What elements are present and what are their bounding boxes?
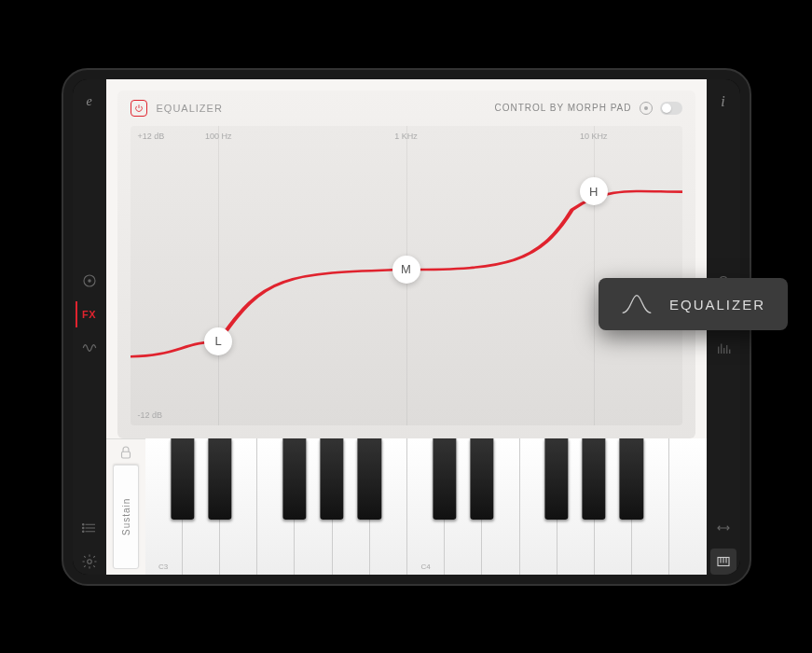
lock-icon[interactable]	[117, 444, 134, 461]
black-key[interactable]	[208, 438, 231, 521]
settings-gear-icon[interactable]	[76, 549, 103, 575]
keyboard-section: Sustain C3 C4	[106, 438, 707, 575]
eq-graph[interactable]: +12 dB -12 dB 100 Hz 1 KHz 10 KHz L M H	[131, 126, 682, 425]
svg-point-5	[82, 523, 84, 525]
piano-keyboard[interactable]: C3 C4	[145, 438, 707, 575]
panel-title: EQUALIZER	[157, 103, 223, 114]
sustain-column: Sustain	[106, 438, 145, 575]
eq-node-high[interactable]: H	[580, 177, 608, 205]
info-icon[interactable]: i	[710, 89, 736, 115]
left-sidebar: e FX	[73, 79, 106, 575]
keyboard-range-icon[interactable]	[710, 515, 736, 541]
keyboard-view-icon[interactable]	[710, 549, 736, 575]
eq-node-mid[interactable]: M	[392, 256, 420, 284]
nav-wave-icon[interactable]	[76, 335, 103, 361]
black-key[interactable]	[433, 438, 456, 521]
equalizer-tooltip: EQUALIZER	[599, 278, 788, 330]
equalizer-panel: EQUALIZER CONTROL BY MORPH PAD +12 dB -1…	[117, 90, 695, 438]
svg-rect-9	[121, 452, 130, 458]
tooltip-label: EQUALIZER	[669, 297, 765, 313]
app-logo: e	[76, 89, 103, 115]
svg-point-6	[82, 527, 84, 529]
svg-point-1	[88, 280, 89, 282]
nav-dot-icon[interactable]	[76, 268, 103, 294]
svg-point-7	[82, 531, 84, 533]
power-toggle-icon[interactable]	[131, 100, 147, 117]
morph-toggle[interactable]	[660, 102, 682, 115]
eq-node-low[interactable]: L	[204, 327, 232, 355]
svg-point-8	[87, 559, 91, 563]
black-key[interactable]	[470, 438, 493, 521]
morph-control: CONTROL BY MORPH PAD	[494, 102, 681, 115]
nav-list-icon[interactable]	[76, 515, 103, 541]
sustain-button[interactable]: Sustain	[113, 465, 139, 569]
nav-fx[interactable]: FX	[76, 301, 102, 327]
black-key[interactable]	[544, 438, 568, 521]
morph-label: CONTROL BY MORPH PAD	[494, 103, 631, 113]
black-key[interactable]	[171, 438, 194, 521]
black-key[interactable]	[582, 438, 605, 521]
black-key[interactable]	[358, 438, 381, 521]
fx-bars-icon[interactable]	[710, 335, 736, 361]
white-key[interactable]	[669, 438, 706, 575]
black-key[interactable]	[620, 438, 643, 521]
black-key[interactable]	[321, 438, 344, 521]
eq-curve-icon	[621, 291, 653, 317]
morph-target-icon[interactable]	[640, 102, 653, 115]
panel-header: EQUALIZER CONTROL BY MORPH PAD	[117, 90, 695, 122]
black-key[interactable]	[282, 438, 306, 521]
